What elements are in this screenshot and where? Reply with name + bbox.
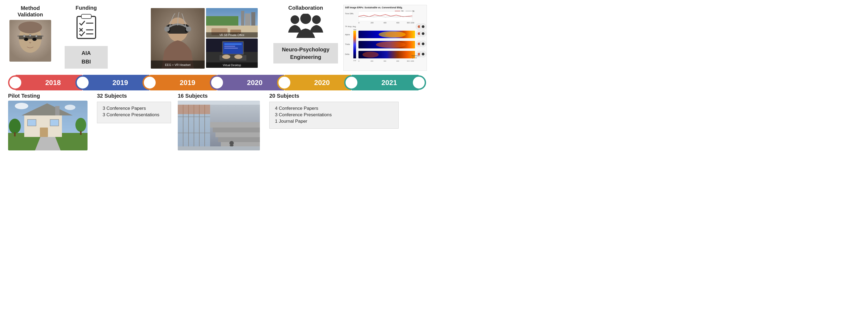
collaboration-title: Collaboration xyxy=(288,5,323,11)
svg-rect-60 xyxy=(359,11,412,21)
subjects32-title: 32 Subjects xyxy=(97,93,127,99)
vr-section: EEG + VR Headset xyxy=(151,8,258,70)
timeline-circle-4 xyxy=(210,75,224,90)
svg-text:Still Image ERPs: Sustainable : Still Image ERPs: Sustainable vs. Conven… xyxy=(345,6,403,9)
svg-text:200: 200 xyxy=(371,60,374,62)
face-svg xyxy=(9,20,51,62)
svg-point-86 xyxy=(422,42,425,45)
svg-text:TF Amp. Avg.: TF Amp. Avg. xyxy=(345,26,356,28)
clipboard-svg xyxy=(75,13,98,40)
pub-32-line1: 3 Conference Papers xyxy=(103,106,165,111)
publications-32-box: 3 Conference Papers 3 Conference Present… xyxy=(97,102,171,123)
pub-20-line1: 4 Conference Papers xyxy=(275,106,393,111)
timeline-circle-3 xyxy=(143,75,157,90)
vr-office-image: VR SB Private Office xyxy=(206,8,258,38)
timeline-segment-3: 2019 xyxy=(150,75,217,90)
subjects20-title: 20 Subjects xyxy=(269,93,299,99)
svg-rect-117 xyxy=(80,131,82,135)
svg-point-82 xyxy=(376,41,406,48)
svg-rect-12 xyxy=(82,14,91,18)
pub-32-line2: 3 Conference Presentations xyxy=(103,112,165,118)
svg-text:1000: 1000 xyxy=(410,22,414,24)
timeline-circle-6 xyxy=(344,75,359,90)
timeline-year-2: 2019 xyxy=(113,78,128,87)
pilot-testing-section: Pilot Testing xyxy=(8,93,89,151)
svg-point-71 xyxy=(422,25,425,28)
svg-point-23 xyxy=(164,26,170,32)
svg-point-7 xyxy=(23,35,25,37)
timeline-year-4: 2020 xyxy=(247,78,262,87)
svg-text:800: 800 xyxy=(407,60,410,62)
timeline-year-1: 2018 xyxy=(45,78,61,87)
house-image xyxy=(8,101,88,151)
people-icon xyxy=(287,14,324,40)
svg-point-79 xyxy=(422,32,425,35)
timeline-year-3: 2019 xyxy=(180,78,195,87)
collab-line1: Neuro-Psychology xyxy=(279,46,333,53)
svg-rect-32 xyxy=(206,16,238,26)
subjects16-title: 16 Subjects xyxy=(178,93,208,99)
funding-box: AIA BBI xyxy=(65,46,108,69)
slide: 2018 2019 2019 2020 2020 2021 MethodV xyxy=(0,0,434,164)
svg-rect-44 xyxy=(224,47,238,49)
desktop-svg: Virtual Desktop xyxy=(206,38,258,68)
face-image xyxy=(9,20,51,62)
svg-point-50 xyxy=(290,15,299,24)
timeline-year-5: 2020 xyxy=(314,78,330,87)
svg-point-116 xyxy=(75,118,86,132)
svg-rect-137 xyxy=(178,146,260,151)
timeline-segment-1: 2018 xyxy=(16,75,83,90)
timeline-segment-6: 2021 xyxy=(352,75,418,90)
svg-text:p < .05: p < .05 xyxy=(412,57,417,59)
svg-text:Virtual Desktop: Virtual Desktop xyxy=(223,64,241,67)
svg-point-89 xyxy=(363,52,379,58)
timeline-end-circle xyxy=(411,75,426,90)
svg-rect-29 xyxy=(241,11,244,26)
pub-20-line3: 1 Journal Paper xyxy=(275,119,393,124)
funding-title: Funding xyxy=(76,5,97,11)
svg-text:VR SB Private Office: VR SB Private Office xyxy=(219,34,245,37)
people-svg xyxy=(287,14,324,39)
subjects16-section: 16 Subjects xyxy=(178,93,261,151)
timeline-bar: 2018 2019 2019 2020 2020 2021 xyxy=(8,75,426,90)
publications-20-box: 4 Conference Papers 3 Conference Present… xyxy=(269,102,399,129)
svg-rect-109 xyxy=(40,128,48,137)
svg-text:400: 400 xyxy=(383,22,386,24)
eeg-svg: EEG + VR Headset xyxy=(151,8,205,69)
svg-text:600: 600 xyxy=(397,60,399,62)
svg-rect-111 xyxy=(50,120,59,126)
interior-svg xyxy=(178,101,260,151)
svg-rect-131 xyxy=(213,128,260,132)
pub-20-line2: 3 Conference Presentations xyxy=(275,112,393,118)
svg-point-51 xyxy=(312,15,321,24)
svg-rect-31 xyxy=(251,12,255,26)
svg-rect-130 xyxy=(210,122,260,128)
subjects32-section: 32 Subjects 3 Conference Papers 3 Confer… xyxy=(97,93,173,123)
svg-point-118 xyxy=(15,103,28,109)
svg-text:Alpha: Alpha xyxy=(345,34,350,36)
funding-line2: BBI xyxy=(73,57,100,66)
collaboration-section: Collaboration Neuro-Psychology Engineeri… xyxy=(272,5,339,64)
svg-text:Delta: Delta xyxy=(345,53,349,55)
svg-point-9 xyxy=(35,35,37,37)
svg-point-119 xyxy=(65,105,75,110)
timeline-circle-1 xyxy=(8,75,23,90)
svg-point-5 xyxy=(18,22,42,33)
svg-point-8 xyxy=(29,34,31,37)
svg-rect-30 xyxy=(245,13,250,26)
svg-rect-10 xyxy=(77,17,96,38)
svg-rect-110 xyxy=(28,120,36,126)
svg-point-4 xyxy=(32,38,37,41)
office-svg: VR SB Private Office xyxy=(206,8,258,38)
svg-rect-43 xyxy=(224,46,235,47)
timeline-segment-5: 2020 xyxy=(285,75,351,90)
timeline-year-6: 2021 xyxy=(381,78,397,87)
svg-text:600: 600 xyxy=(397,22,399,24)
erp-chart-section: Still Image ERPs: Sustainable vs. Conven… xyxy=(343,5,427,71)
erp-svg: Still Image ERPs: Sustainable vs. Conven… xyxy=(344,5,427,71)
svg-rect-133 xyxy=(218,137,260,142)
svg-point-47 xyxy=(234,55,242,59)
svg-rect-112 xyxy=(55,106,60,116)
method-validation-section: MethodValidation xyxy=(8,5,53,62)
collab-line2: Engineering xyxy=(279,53,333,61)
